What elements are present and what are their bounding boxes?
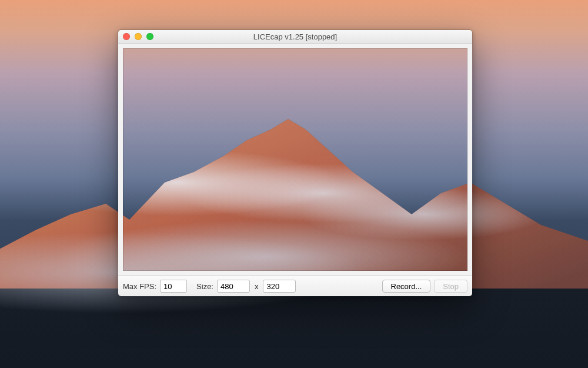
titlebar[interactable]: LICEcap v1.25 [stopped]	[118, 30, 472, 44]
size-height-input[interactable]	[263, 280, 296, 293]
record-button[interactable]: Record...	[382, 280, 431, 293]
window-title: LICEcap v1.25 [stopped]	[118, 32, 472, 41]
close-icon[interactable]	[123, 33, 130, 40]
size-label: Size:	[196, 282, 213, 291]
zoom-icon[interactable]	[146, 33, 153, 40]
max-fps-input[interactable]	[160, 280, 187, 293]
stop-button[interactable]: Stop	[434, 280, 467, 293]
capture-viewport[interactable]	[118, 44, 472, 276]
size-width-input[interactable]	[217, 280, 250, 293]
max-fps-label: Max FPS:	[123, 282, 156, 291]
size-separator: x	[253, 282, 260, 291]
minimize-icon[interactable]	[135, 33, 142, 40]
window-controls	[123, 30, 153, 43]
capture-frame-border	[122, 47, 469, 272]
licecap-window[interactable]: LICEcap v1.25 [stopped] Max FPS: Size: x…	[118, 29, 473, 297]
bottom-toolbar: Max FPS: Size: x Record... Stop	[118, 276, 472, 296]
